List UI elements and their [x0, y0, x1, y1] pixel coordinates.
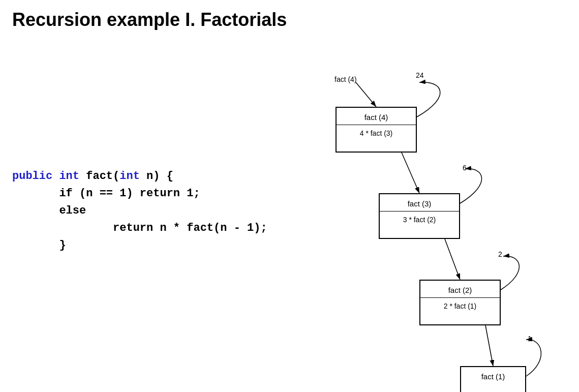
box-fact1: fact (1) — [460, 366, 526, 392]
label-2: 2 — [498, 250, 502, 258]
code-line-1: public int fact(int n) { — [12, 168, 267, 185]
box-fact4-body: 4 * fact (3) — [337, 125, 416, 142]
page-title: Recursion example I. Factorials — [0, 0, 579, 31]
code-line-2: if (n == 1) return 1; — [12, 185, 267, 202]
label-fact4-call: fact (4) — [334, 75, 357, 83]
box-fact4-title: fact (4) — [337, 108, 416, 125]
code-line-4: return n * fact(n - 1); — [12, 220, 267, 237]
diagram: fact (4) 4 * fact (3) fact (3) 3 * fact … — [290, 46, 564, 386]
box-fact1-title: fact (1) — [461, 367, 525, 384]
label-24: 24 — [416, 71, 424, 79]
box-fact3-title: fact (3) — [380, 194, 459, 211]
code-block: public int fact(int n) { if (n == 1) ret… — [12, 168, 267, 254]
box-fact4: fact (4) 4 * fact (3) — [336, 107, 417, 153]
box-fact2: fact (2) 2 * fact (1) — [419, 280, 501, 325]
box-fact3-body: 3 * fact (2) — [380, 212, 459, 229]
label-1: 1 — [528, 335, 532, 343]
box-fact3: fact (3) 3 * fact (2) — [379, 193, 460, 239]
box-fact2-title: fact (2) — [420, 281, 500, 297]
code-line-3: else — [12, 202, 267, 220]
label-6: 6 — [463, 164, 467, 172]
box-fact2-body: 2 * fact (1) — [420, 298, 500, 315]
code-line-5: } — [12, 237, 267, 254]
